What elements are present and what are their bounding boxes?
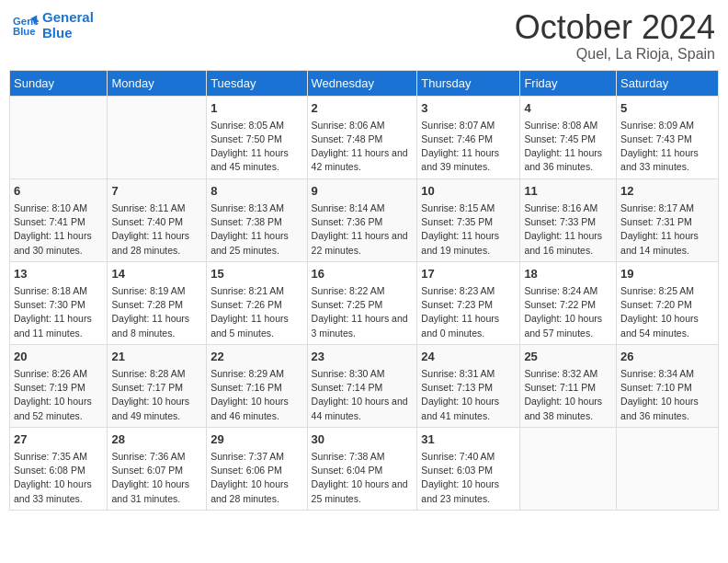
calendar-cell: 7Sunrise: 8:11 AM Sunset: 7:40 PM Daylig… bbox=[108, 178, 207, 261]
day-number: 2 bbox=[312, 100, 414, 117]
calendar-cell bbox=[617, 427, 719, 510]
day-number: 19 bbox=[620, 266, 714, 282]
page-header: General Blue General Blue October 2024 Q… bbox=[9, 9, 719, 63]
calendar-cell: 19Sunrise: 8:25 AM Sunset: 7:20 PM Dayli… bbox=[617, 261, 719, 344]
calendar-cell: 15Sunrise: 8:21 AM Sunset: 7:26 PM Dayli… bbox=[207, 261, 307, 344]
day-info: Sunrise: 8:15 AM Sunset: 7:35 PM Dayligh… bbox=[421, 201, 516, 258]
calendar-cell: 23Sunrise: 8:30 AM Sunset: 7:14 PM Dayli… bbox=[307, 344, 417, 427]
day-info: Sunrise: 8:23 AM Sunset: 7:23 PM Dayligh… bbox=[421, 284, 516, 340]
calendar-body: 1Sunrise: 8:05 AM Sunset: 7:50 PM Daylig… bbox=[10, 96, 719, 510]
calendar-cell: 28Sunrise: 7:36 AM Sunset: 6:07 PM Dayli… bbox=[108, 427, 207, 510]
day-info: Sunrise: 8:26 AM Sunset: 7:19 PM Dayligh… bbox=[14, 367, 103, 423]
calendar-cell: 24Sunrise: 8:31 AM Sunset: 7:13 PM Dayli… bbox=[417, 344, 520, 427]
logo-text-general: General bbox=[42, 9, 94, 25]
day-info: Sunrise: 8:22 AM Sunset: 7:25 PM Dayligh… bbox=[312, 284, 414, 340]
day-number: 29 bbox=[210, 431, 302, 448]
weekday-header-cell: Sunday bbox=[10, 70, 108, 96]
calendar-cell bbox=[520, 427, 617, 510]
logo-icon: General Blue bbox=[13, 12, 39, 38]
day-info: Sunrise: 8:32 AM Sunset: 7:11 PM Dayligh… bbox=[524, 367, 612, 423]
day-number: 28 bbox=[111, 431, 202, 448]
calendar-week-row: 27Sunrise: 7:35 AM Sunset: 6:08 PM Dayli… bbox=[10, 427, 719, 510]
day-info: Sunrise: 8:19 AM Sunset: 7:28 PM Dayligh… bbox=[111, 284, 202, 340]
calendar-week-row: 13Sunrise: 8:18 AM Sunset: 7:30 PM Dayli… bbox=[10, 261, 719, 344]
weekday-header-cell: Thursday bbox=[417, 70, 520, 96]
day-number: 23 bbox=[312, 349, 414, 365]
day-number: 12 bbox=[620, 183, 714, 200]
weekday-header-cell: Friday bbox=[520, 70, 617, 96]
calendar-cell: 16Sunrise: 8:22 AM Sunset: 7:25 PM Dayli… bbox=[307, 261, 417, 344]
day-info: Sunrise: 8:34 AM Sunset: 7:10 PM Dayligh… bbox=[620, 367, 714, 423]
day-info: Sunrise: 8:30 AM Sunset: 7:14 PM Dayligh… bbox=[312, 367, 414, 423]
calendar-cell bbox=[10, 96, 108, 178]
day-info: Sunrise: 8:29 AM Sunset: 7:16 PM Dayligh… bbox=[210, 367, 302, 423]
day-info: Sunrise: 8:18 AM Sunset: 7:30 PM Dayligh… bbox=[14, 284, 103, 340]
day-info: Sunrise: 7:37 AM Sunset: 6:06 PM Dayligh… bbox=[210, 450, 302, 506]
calendar-cell: 11Sunrise: 8:16 AM Sunset: 7:33 PM Dayli… bbox=[520, 178, 617, 261]
weekday-header-row: SundayMondayTuesdayWednesdayThursdayFrid… bbox=[10, 70, 719, 96]
calendar-cell: 17Sunrise: 8:23 AM Sunset: 7:23 PM Dayli… bbox=[417, 261, 520, 344]
day-number: 4 bbox=[524, 100, 612, 117]
month-title: October 2024 bbox=[515, 9, 715, 46]
day-number: 18 bbox=[524, 266, 612, 282]
logo-text-blue: Blue bbox=[42, 25, 73, 40]
calendar-cell: 27Sunrise: 7:35 AM Sunset: 6:08 PM Dayli… bbox=[10, 427, 108, 510]
title-block: October 2024 Quel, La Rioja, Spain bbox=[515, 9, 715, 63]
day-info: Sunrise: 8:06 AM Sunset: 7:48 PM Dayligh… bbox=[312, 119, 414, 175]
weekday-header-cell: Wednesday bbox=[307, 70, 417, 96]
calendar-cell: 14Sunrise: 8:19 AM Sunset: 7:28 PM Dayli… bbox=[108, 261, 207, 344]
day-number: 8 bbox=[210, 183, 302, 200]
day-number: 11 bbox=[524, 183, 612, 200]
calendar-cell: 10Sunrise: 8:15 AM Sunset: 7:35 PM Dayli… bbox=[417, 178, 520, 261]
calendar-cell: 29Sunrise: 7:37 AM Sunset: 6:06 PM Dayli… bbox=[207, 427, 307, 510]
day-info: Sunrise: 8:21 AM Sunset: 7:26 PM Dayligh… bbox=[210, 284, 302, 340]
calendar-cell: 22Sunrise: 8:29 AM Sunset: 7:16 PM Dayli… bbox=[207, 344, 307, 427]
calendar-cell: 4Sunrise: 8:08 AM Sunset: 7:45 PM Daylig… bbox=[520, 96, 617, 178]
day-number: 30 bbox=[312, 431, 414, 448]
day-info: Sunrise: 8:14 AM Sunset: 7:36 PM Dayligh… bbox=[312, 201, 414, 258]
calendar-cell: 5Sunrise: 8:09 AM Sunset: 7:43 PM Daylig… bbox=[617, 96, 719, 178]
calendar-week-row: 1Sunrise: 8:05 AM Sunset: 7:50 PM Daylig… bbox=[10, 96, 719, 178]
day-number: 3 bbox=[421, 100, 516, 117]
day-info: Sunrise: 8:10 AM Sunset: 7:41 PM Dayligh… bbox=[14, 201, 103, 258]
day-number: 31 bbox=[421, 431, 516, 448]
day-info: Sunrise: 8:11 AM Sunset: 7:40 PM Dayligh… bbox=[111, 201, 202, 258]
day-info: Sunrise: 8:13 AM Sunset: 7:38 PM Dayligh… bbox=[210, 201, 302, 258]
day-number: 9 bbox=[312, 183, 414, 200]
day-number: 26 bbox=[620, 349, 714, 365]
day-info: Sunrise: 7:38 AM Sunset: 6:04 PM Dayligh… bbox=[312, 450, 414, 506]
day-info: Sunrise: 8:08 AM Sunset: 7:45 PM Dayligh… bbox=[524, 119, 612, 175]
day-number: 6 bbox=[14, 183, 103, 200]
calendar-cell: 6Sunrise: 8:10 AM Sunset: 7:41 PM Daylig… bbox=[10, 178, 108, 261]
calendar-week-row: 20Sunrise: 8:26 AM Sunset: 7:19 PM Dayli… bbox=[10, 344, 719, 427]
calendar-cell: 25Sunrise: 8:32 AM Sunset: 7:11 PM Dayli… bbox=[520, 344, 617, 427]
weekday-header-cell: Monday bbox=[108, 70, 207, 96]
calendar-cell: 9Sunrise: 8:14 AM Sunset: 7:36 PM Daylig… bbox=[307, 178, 417, 261]
calendar-cell: 21Sunrise: 8:28 AM Sunset: 7:17 PM Dayli… bbox=[108, 344, 207, 427]
calendar-table: SundayMondayTuesdayWednesdayThursdayFrid… bbox=[9, 70, 719, 511]
day-info: Sunrise: 8:17 AM Sunset: 7:31 PM Dayligh… bbox=[620, 201, 714, 258]
svg-text:Blue: Blue bbox=[13, 26, 36, 37]
location-subtitle: Quel, La Rioja, Spain bbox=[515, 46, 715, 63]
day-info: Sunrise: 8:16 AM Sunset: 7:33 PM Dayligh… bbox=[524, 201, 612, 258]
calendar-cell: 20Sunrise: 8:26 AM Sunset: 7:19 PM Dayli… bbox=[10, 344, 108, 427]
day-number: 1 bbox=[210, 100, 302, 117]
calendar-cell: 13Sunrise: 8:18 AM Sunset: 7:30 PM Dayli… bbox=[10, 261, 108, 344]
day-info: Sunrise: 8:05 AM Sunset: 7:50 PM Dayligh… bbox=[210, 119, 302, 175]
day-number: 16 bbox=[312, 266, 414, 282]
day-info: Sunrise: 7:40 AM Sunset: 6:03 PM Dayligh… bbox=[421, 450, 516, 506]
day-number: 21 bbox=[111, 349, 202, 365]
day-number: 24 bbox=[421, 349, 516, 365]
calendar-cell: 30Sunrise: 7:38 AM Sunset: 6:04 PM Dayli… bbox=[307, 427, 417, 510]
day-number: 25 bbox=[524, 349, 612, 365]
calendar-cell: 8Sunrise: 8:13 AM Sunset: 7:38 PM Daylig… bbox=[207, 178, 307, 261]
day-number: 22 bbox=[210, 349, 302, 365]
calendar-cell: 12Sunrise: 8:17 AM Sunset: 7:31 PM Dayli… bbox=[617, 178, 719, 261]
day-number: 14 bbox=[111, 266, 202, 282]
day-number: 27 bbox=[14, 431, 103, 448]
calendar-cell: 3Sunrise: 8:07 AM Sunset: 7:46 PM Daylig… bbox=[417, 96, 520, 178]
day-number: 15 bbox=[210, 266, 302, 282]
day-number: 7 bbox=[111, 183, 202, 200]
day-info: Sunrise: 8:31 AM Sunset: 7:13 PM Dayligh… bbox=[421, 367, 516, 423]
logo: General Blue General Blue bbox=[13, 9, 94, 40]
